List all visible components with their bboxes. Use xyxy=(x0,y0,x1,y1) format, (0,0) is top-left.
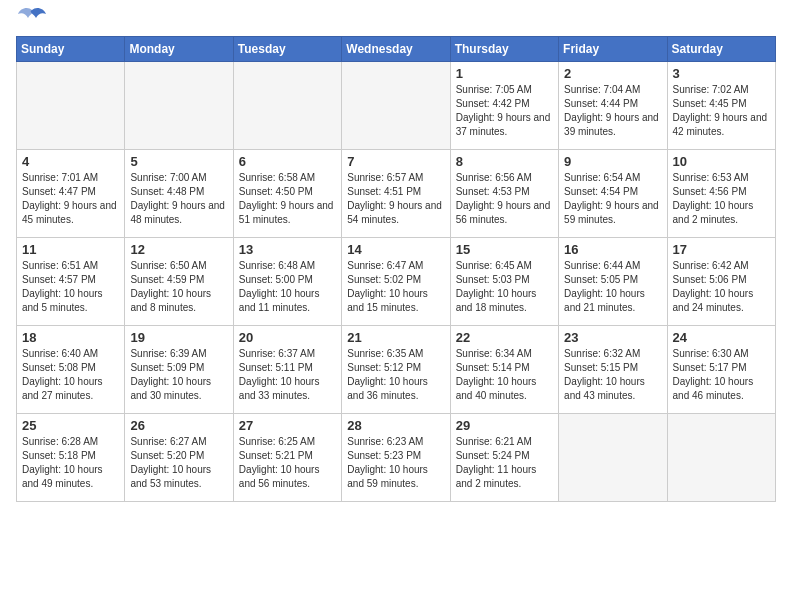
logo xyxy=(16,16,46,28)
calendar-week-row: 11Sunrise: 6:51 AMSunset: 4:57 PMDayligh… xyxy=(17,238,776,326)
day-number: 24 xyxy=(673,330,770,345)
calendar-table: SundayMondayTuesdayWednesdayThursdayFrid… xyxy=(16,36,776,502)
day-number: 17 xyxy=(673,242,770,257)
day-header-wednesday: Wednesday xyxy=(342,37,450,62)
day-header-monday: Monday xyxy=(125,37,233,62)
day-header-tuesday: Tuesday xyxy=(233,37,341,62)
day-number: 16 xyxy=(564,242,661,257)
day-info: Sunrise: 6:53 AMSunset: 4:56 PMDaylight:… xyxy=(673,171,770,227)
calendar-cell xyxy=(125,62,233,150)
day-number: 25 xyxy=(22,418,119,433)
day-number: 9 xyxy=(564,154,661,169)
calendar-week-row: 4Sunrise: 7:01 AMSunset: 4:47 PMDaylight… xyxy=(17,150,776,238)
day-info: Sunrise: 6:54 AMSunset: 4:54 PMDaylight:… xyxy=(564,171,661,227)
day-info: Sunrise: 6:48 AMSunset: 5:00 PMDaylight:… xyxy=(239,259,336,315)
calendar-cell: 26Sunrise: 6:27 AMSunset: 5:20 PMDayligh… xyxy=(125,414,233,502)
day-number: 2 xyxy=(564,66,661,81)
page-header xyxy=(16,16,776,28)
calendar-cell xyxy=(342,62,450,150)
day-number: 15 xyxy=(456,242,553,257)
day-info: Sunrise: 6:25 AMSunset: 5:21 PMDaylight:… xyxy=(239,435,336,491)
calendar-cell: 13Sunrise: 6:48 AMSunset: 5:00 PMDayligh… xyxy=(233,238,341,326)
day-number: 28 xyxy=(347,418,444,433)
day-number: 18 xyxy=(22,330,119,345)
calendar-cell: 9Sunrise: 6:54 AMSunset: 4:54 PMDaylight… xyxy=(559,150,667,238)
day-info: Sunrise: 6:37 AMSunset: 5:11 PMDaylight:… xyxy=(239,347,336,403)
day-number: 29 xyxy=(456,418,553,433)
calendar-cell: 28Sunrise: 6:23 AMSunset: 5:23 PMDayligh… xyxy=(342,414,450,502)
day-number: 7 xyxy=(347,154,444,169)
day-header-saturday: Saturday xyxy=(667,37,775,62)
calendar-cell: 16Sunrise: 6:44 AMSunset: 5:05 PMDayligh… xyxy=(559,238,667,326)
day-header-friday: Friday xyxy=(559,37,667,62)
day-number: 27 xyxy=(239,418,336,433)
day-info: Sunrise: 6:27 AMSunset: 5:20 PMDaylight:… xyxy=(130,435,227,491)
calendar-cell: 15Sunrise: 6:45 AMSunset: 5:03 PMDayligh… xyxy=(450,238,558,326)
day-number: 3 xyxy=(673,66,770,81)
day-info: Sunrise: 6:58 AMSunset: 4:50 PMDaylight:… xyxy=(239,171,336,227)
calendar-cell xyxy=(559,414,667,502)
calendar-cell: 12Sunrise: 6:50 AMSunset: 4:59 PMDayligh… xyxy=(125,238,233,326)
day-info: Sunrise: 6:23 AMSunset: 5:23 PMDaylight:… xyxy=(347,435,444,491)
calendar-header-row: SundayMondayTuesdayWednesdayThursdayFrid… xyxy=(17,37,776,62)
day-number: 11 xyxy=(22,242,119,257)
calendar-cell: 8Sunrise: 6:56 AMSunset: 4:53 PMDaylight… xyxy=(450,150,558,238)
calendar-cell: 3Sunrise: 7:02 AMSunset: 4:45 PMDaylight… xyxy=(667,62,775,150)
day-info: Sunrise: 6:57 AMSunset: 4:51 PMDaylight:… xyxy=(347,171,444,227)
day-number: 14 xyxy=(347,242,444,257)
day-number: 1 xyxy=(456,66,553,81)
day-number: 5 xyxy=(130,154,227,169)
calendar-cell: 6Sunrise: 6:58 AMSunset: 4:50 PMDaylight… xyxy=(233,150,341,238)
day-number: 10 xyxy=(673,154,770,169)
calendar-cell: 11Sunrise: 6:51 AMSunset: 4:57 PMDayligh… xyxy=(17,238,125,326)
calendar-cell: 14Sunrise: 6:47 AMSunset: 5:02 PMDayligh… xyxy=(342,238,450,326)
calendar-cell: 4Sunrise: 7:01 AMSunset: 4:47 PMDaylight… xyxy=(17,150,125,238)
calendar-cell: 10Sunrise: 6:53 AMSunset: 4:56 PMDayligh… xyxy=(667,150,775,238)
day-info: Sunrise: 6:50 AMSunset: 4:59 PMDaylight:… xyxy=(130,259,227,315)
day-number: 6 xyxy=(239,154,336,169)
calendar-cell xyxy=(667,414,775,502)
calendar-cell: 20Sunrise: 6:37 AMSunset: 5:11 PMDayligh… xyxy=(233,326,341,414)
calendar-cell: 2Sunrise: 7:04 AMSunset: 4:44 PMDaylight… xyxy=(559,62,667,150)
calendar-cell xyxy=(17,62,125,150)
bird-icon xyxy=(18,6,46,28)
calendar-week-row: 25Sunrise: 6:28 AMSunset: 5:18 PMDayligh… xyxy=(17,414,776,502)
day-info: Sunrise: 6:56 AMSunset: 4:53 PMDaylight:… xyxy=(456,171,553,227)
day-info: Sunrise: 7:01 AMSunset: 4:47 PMDaylight:… xyxy=(22,171,119,227)
day-info: Sunrise: 7:00 AMSunset: 4:48 PMDaylight:… xyxy=(130,171,227,227)
calendar-cell xyxy=(233,62,341,150)
day-info: Sunrise: 6:35 AMSunset: 5:12 PMDaylight:… xyxy=(347,347,444,403)
day-info: Sunrise: 6:44 AMSunset: 5:05 PMDaylight:… xyxy=(564,259,661,315)
day-info: Sunrise: 6:30 AMSunset: 5:17 PMDaylight:… xyxy=(673,347,770,403)
calendar-cell: 19Sunrise: 6:39 AMSunset: 5:09 PMDayligh… xyxy=(125,326,233,414)
calendar-cell: 7Sunrise: 6:57 AMSunset: 4:51 PMDaylight… xyxy=(342,150,450,238)
day-header-thursday: Thursday xyxy=(450,37,558,62)
day-info: Sunrise: 6:34 AMSunset: 5:14 PMDaylight:… xyxy=(456,347,553,403)
day-info: Sunrise: 7:02 AMSunset: 4:45 PMDaylight:… xyxy=(673,83,770,139)
calendar-week-row: 1Sunrise: 7:05 AMSunset: 4:42 PMDaylight… xyxy=(17,62,776,150)
calendar-cell: 1Sunrise: 7:05 AMSunset: 4:42 PMDaylight… xyxy=(450,62,558,150)
calendar-cell: 22Sunrise: 6:34 AMSunset: 5:14 PMDayligh… xyxy=(450,326,558,414)
day-info: Sunrise: 6:47 AMSunset: 5:02 PMDaylight:… xyxy=(347,259,444,315)
day-info: Sunrise: 6:28 AMSunset: 5:18 PMDaylight:… xyxy=(22,435,119,491)
calendar-cell: 25Sunrise: 6:28 AMSunset: 5:18 PMDayligh… xyxy=(17,414,125,502)
day-number: 22 xyxy=(456,330,553,345)
day-number: 21 xyxy=(347,330,444,345)
day-info: Sunrise: 6:51 AMSunset: 4:57 PMDaylight:… xyxy=(22,259,119,315)
day-info: Sunrise: 7:04 AMSunset: 4:44 PMDaylight:… xyxy=(564,83,661,139)
day-info: Sunrise: 7:05 AMSunset: 4:42 PMDaylight:… xyxy=(456,83,553,139)
day-info: Sunrise: 6:42 AMSunset: 5:06 PMDaylight:… xyxy=(673,259,770,315)
calendar-cell: 29Sunrise: 6:21 AMSunset: 5:24 PMDayligh… xyxy=(450,414,558,502)
calendar-cell: 24Sunrise: 6:30 AMSunset: 5:17 PMDayligh… xyxy=(667,326,775,414)
day-number: 13 xyxy=(239,242,336,257)
day-info: Sunrise: 6:40 AMSunset: 5:08 PMDaylight:… xyxy=(22,347,119,403)
day-number: 8 xyxy=(456,154,553,169)
calendar-week-row: 18Sunrise: 6:40 AMSunset: 5:08 PMDayligh… xyxy=(17,326,776,414)
day-info: Sunrise: 6:39 AMSunset: 5:09 PMDaylight:… xyxy=(130,347,227,403)
calendar-cell: 23Sunrise: 6:32 AMSunset: 5:15 PMDayligh… xyxy=(559,326,667,414)
day-number: 12 xyxy=(130,242,227,257)
day-info: Sunrise: 6:32 AMSunset: 5:15 PMDaylight:… xyxy=(564,347,661,403)
day-number: 19 xyxy=(130,330,227,345)
day-number: 23 xyxy=(564,330,661,345)
calendar-cell: 17Sunrise: 6:42 AMSunset: 5:06 PMDayligh… xyxy=(667,238,775,326)
